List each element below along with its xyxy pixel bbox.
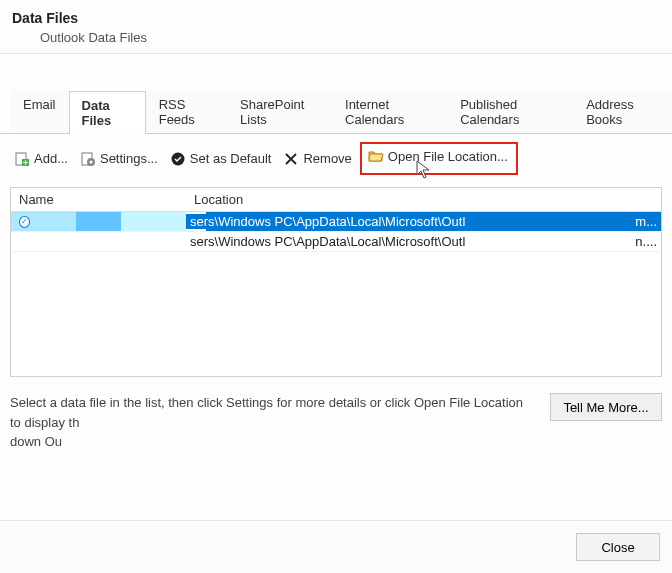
help-text: Select a data file in the list, then cli…	[10, 393, 534, 452]
data-file-row[interactable]: ✓ sers\Windows PC\AppData\Local\Microsof…	[11, 212, 661, 232]
highlight-annotation: Open File Location...	[360, 142, 518, 175]
remove-icon	[283, 151, 299, 167]
tab-internet-calendars[interactable]: Internet Calendars	[332, 90, 447, 133]
location-text: sers\Windows PC\AppData\Local\Microsoft\…	[190, 234, 475, 249]
default-check-icon: ✓	[19, 216, 30, 228]
tab-email[interactable]: Email	[10, 90, 69, 133]
open-file-location-label: Open File Location...	[388, 149, 508, 164]
add-button[interactable]: Add...	[10, 149, 72, 169]
remove-button[interactable]: Remove	[279, 149, 355, 169]
data-file-list[interactable]: Name Location ✓ sers\Windows PC\AppData\…	[10, 187, 662, 377]
column-headers: Name Location	[11, 188, 661, 212]
settings-label: Settings...	[100, 151, 158, 166]
dialog-footer: Close	[0, 520, 672, 573]
open-file-location-button[interactable]: Open File Location...	[364, 146, 512, 166]
svg-point-4	[89, 160, 92, 163]
settings-button[interactable]: Settings...	[76, 149, 162, 169]
location-suffix: n....	[635, 234, 657, 249]
page-subtitle: Outlook Data Files	[40, 30, 660, 45]
tab-data-files[interactable]: Data Files	[69, 91, 146, 134]
toolbar: Add... Settings... Set as Default Remove…	[0, 134, 672, 183]
check-circle-icon	[170, 151, 186, 167]
tab-address-books[interactable]: Address Books	[573, 90, 672, 133]
location-suffix: m...	[631, 214, 657, 229]
remove-label: Remove	[303, 151, 351, 166]
row-location-cell: sers\Windows PC\AppData\Local\Microsoft\…	[186, 214, 661, 229]
data-file-row[interactable]: sers\Windows PC\AppData\Local\Microsoft\…	[11, 232, 661, 252]
add-file-icon	[14, 151, 30, 167]
row-location-cell: sers\Windows PC\AppData\Local\Microsoft\…	[186, 234, 661, 249]
help-area: Select a data file in the list, then cli…	[0, 377, 672, 452]
tell-me-more-button[interactable]: Tell Me More...	[550, 393, 662, 421]
tab-strip: Email Data Files RSS Feeds SharePoint Li…	[0, 90, 672, 134]
tab-sharepoint-lists[interactable]: SharePoint Lists	[227, 90, 332, 133]
column-location[interactable]: Location	[186, 188, 661, 211]
set-default-label: Set as Default	[190, 151, 272, 166]
folder-open-icon	[368, 148, 384, 164]
set-default-button[interactable]: Set as Default	[166, 149, 276, 169]
tab-rss-feeds[interactable]: RSS Feeds	[146, 90, 227, 133]
close-button[interactable]: Close	[576, 533, 660, 561]
tab-published-calendars[interactable]: Published Calendars	[447, 90, 573, 133]
page-title: Data Files	[12, 10, 660, 26]
location-text: sers\Windows PC\AppData\Local\Microsoft\…	[190, 214, 471, 229]
column-name[interactable]: Name	[11, 188, 186, 211]
row-name-cell: ✓	[11, 216, 186, 228]
settings-icon	[80, 151, 96, 167]
header-panel: Data Files Outlook Data Files	[0, 0, 672, 54]
add-label: Add...	[34, 151, 68, 166]
